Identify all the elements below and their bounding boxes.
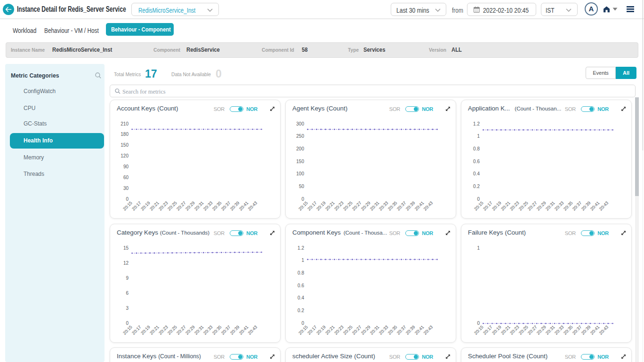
svg-text:20:19: 20:19	[491, 200, 502, 212]
svg-text:20:17: 20:17	[306, 324, 318, 336]
svg-text:20:19: 20:19	[491, 324, 502, 336]
svg-text:20:27: 20:27	[351, 200, 362, 212]
svg-text:20:25: 20:25	[342, 324, 354, 336]
svg-text:20:17: 20:17	[131, 200, 142, 212]
svg-text:20:35: 20:35	[211, 200, 223, 212]
svg-text:20:23: 20:23	[158, 200, 169, 212]
svg-text:100: 100	[296, 171, 304, 176]
svg-text:20:31: 20:31	[369, 324, 380, 336]
svg-text:20:29: 20:29	[360, 200, 371, 212]
svg-text:20:41: 20:41	[414, 324, 425, 336]
svg-text:20:27: 20:27	[351, 324, 362, 336]
svg-text:20:41: 20:41	[589, 200, 601, 212]
svg-text:20:33: 20:33	[378, 324, 389, 336]
svg-text:20:35: 20:35	[563, 200, 574, 212]
svg-text:20:19: 20:19	[140, 324, 151, 336]
svg-text:20:27: 20:27	[176, 200, 187, 212]
svg-text:20:41: 20:41	[238, 324, 250, 336]
svg-text:20:37: 20:37	[220, 324, 232, 336]
svg-text:20:33: 20:33	[554, 200, 565, 212]
svg-text:0.4: 0.4	[298, 295, 304, 300]
svg-text:210: 210	[121, 121, 129, 126]
svg-text:30: 30	[123, 186, 129, 191]
svg-text:0.6: 0.6	[298, 283, 304, 288]
svg-text:20:29: 20:29	[185, 324, 196, 336]
svg-text:20:21: 20:21	[500, 324, 511, 336]
svg-text:20:23: 20:23	[509, 324, 520, 336]
svg-text:0.2: 0.2	[298, 307, 304, 313]
svg-text:20:37: 20:37	[572, 200, 583, 212]
svg-text:20:33: 20:33	[202, 200, 214, 212]
svg-text:1: 1	[477, 245, 480, 250]
svg-text:20:35: 20:35	[563, 324, 574, 336]
svg-text:20:27: 20:27	[176, 324, 187, 336]
svg-text:20:15: 20:15	[473, 200, 484, 212]
svg-text:20:37: 20:37	[572, 324, 583, 336]
svg-text:20:19: 20:19	[140, 200, 151, 212]
svg-text:20:43: 20:43	[423, 324, 434, 336]
svg-text:1: 1	[477, 134, 480, 139]
svg-text:20:29: 20:29	[536, 200, 547, 212]
svg-text:20:23: 20:23	[158, 324, 169, 336]
svg-text:180: 180	[121, 132, 129, 137]
svg-text:20:25: 20:25	[342, 200, 354, 212]
svg-text:20:39: 20:39	[405, 200, 416, 212]
svg-text:20:39: 20:39	[580, 200, 592, 212]
svg-text:20:31: 20:31	[193, 200, 205, 212]
svg-text:0: 0	[477, 320, 480, 325]
svg-text:20:25: 20:25	[518, 324, 529, 336]
svg-text:15: 15	[123, 245, 129, 250]
svg-text:20:43: 20:43	[598, 324, 610, 336]
svg-text:20:35: 20:35	[387, 324, 398, 336]
svg-text:20:41: 20:41	[238, 200, 250, 212]
svg-text:3: 3	[126, 305, 129, 310]
svg-text:20:15: 20:15	[298, 200, 309, 212]
svg-text:20:43: 20:43	[247, 200, 258, 212]
svg-text:20:31: 20:31	[545, 324, 556, 336]
svg-text:20:21: 20:21	[324, 324, 336, 336]
svg-text:20:31: 20:31	[545, 200, 556, 212]
svg-text:0: 0	[126, 320, 129, 325]
svg-text:0: 0	[301, 320, 304, 325]
svg-text:1.2: 1.2	[473, 121, 480, 126]
svg-text:20:21: 20:21	[324, 200, 336, 212]
svg-text:20:17: 20:17	[482, 324, 493, 336]
svg-text:150: 150	[296, 159, 304, 164]
svg-text:20:37: 20:37	[396, 324, 407, 336]
svg-text:6: 6	[126, 290, 129, 295]
svg-text:0: 0	[477, 197, 480, 202]
svg-text:0.4: 0.4	[473, 171, 480, 176]
svg-text:0.8: 0.8	[298, 270, 304, 275]
svg-text:20:33: 20:33	[554, 324, 565, 336]
svg-text:90: 90	[123, 164, 129, 169]
svg-text:20:17: 20:17	[131, 324, 142, 336]
svg-text:20:35: 20:35	[387, 200, 398, 212]
svg-text:200: 200	[296, 146, 304, 151]
svg-text:20:25: 20:25	[167, 324, 178, 336]
svg-text:1: 1	[301, 258, 304, 263]
svg-text:300: 300	[296, 121, 304, 126]
svg-text:20:19: 20:19	[315, 200, 327, 212]
svg-text:20:27: 20:27	[527, 324, 538, 336]
svg-text:0.2: 0.2	[473, 184, 480, 189]
svg-text:20:21: 20:21	[149, 324, 160, 336]
svg-text:20:37: 20:37	[396, 200, 407, 212]
svg-text:20:17: 20:17	[306, 200, 318, 212]
svg-text:0.8: 0.8	[473, 146, 480, 151]
svg-text:20:29: 20:29	[536, 324, 547, 336]
svg-text:20:15: 20:15	[122, 200, 133, 212]
svg-text:20:39: 20:39	[405, 324, 416, 336]
svg-text:20:43: 20:43	[598, 200, 610, 212]
svg-text:120: 120	[121, 153, 129, 158]
svg-text:20:17: 20:17	[482, 200, 493, 212]
svg-text:20:23: 20:23	[333, 324, 345, 336]
svg-text:20:39: 20:39	[580, 324, 592, 336]
svg-text:9: 9	[126, 275, 129, 280]
svg-text:50: 50	[299, 184, 305, 189]
svg-text:0.6: 0.6	[473, 159, 480, 164]
svg-text:1.2: 1.2	[298, 245, 304, 250]
svg-text:150: 150	[121, 142, 129, 148]
svg-text:20:35: 20:35	[211, 324, 223, 336]
svg-text:20:39: 20:39	[229, 200, 241, 212]
svg-text:20:29: 20:29	[185, 200, 196, 212]
